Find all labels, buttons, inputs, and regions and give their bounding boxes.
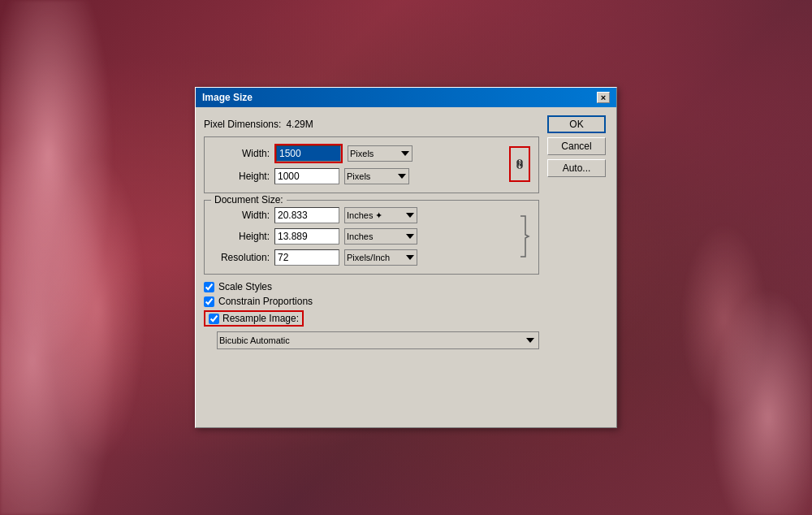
dialog-titlebar: Image Size ×	[196, 88, 616, 107]
pixel-fields-col: Width: Pixels Percent	[213, 144, 504, 184]
resolution-input[interactable]	[274, 249, 339, 266]
resolution-row: Resolution: Pixels/Inch Pixels/Cm	[213, 249, 516, 266]
pixel-dimensions-label: Pixel Dimensions:	[204, 119, 281, 130]
resample-method-container: Bicubic Automatic Bicubic Smoother Bicub…	[204, 331, 539, 349]
pixel-dimensions-value: 4.29M	[286, 119, 313, 130]
scale-styles-checkbox[interactable]	[204, 282, 214, 292]
document-size-label: Document Size:	[211, 194, 287, 206]
pixel-width-unit-dropdown[interactable]: Pixels Percent	[348, 145, 412, 162]
resolution-label: Resolution:	[213, 252, 270, 263]
doc-width-label: Width:	[213, 210, 270, 221]
document-size-group: Document Size: Width: Inches ✦ Centimete…	[204, 200, 539, 275]
doc-width-row: Width: Inches ✦ Centimeters Millimeters	[213, 207, 516, 223]
dialog-title: Image Size	[202, 92, 253, 103]
resample-image-row: Resample Image:	[204, 310, 539, 327]
pixel-height-row: Height: Pixels Percent	[213, 168, 504, 184]
image-size-dialog: Image Size × Pixel Dimensions: 4.29M	[195, 87, 617, 428]
dialog-right-panel: OK Cancel Auto...	[547, 115, 608, 349]
ok-button[interactable]: OK	[547, 115, 606, 133]
dialog-body: Pixel Dimensions: 4.29M Width:	[196, 107, 616, 357]
constrain-proportions-row: Constrain Proportions	[204, 296, 539, 307]
constrain-proportions-label: Constrain Proportions	[218, 296, 313, 307]
svg-text:⇅: ⇅	[516, 159, 523, 168]
pixel-width-input[interactable]	[276, 145, 341, 162]
pixel-width-row: Width: Pixels Percent	[213, 144, 504, 163]
pixel-dimensions-header: Pixel Dimensions: 4.29M	[204, 119, 539, 130]
close-button[interactable]: ×	[597, 92, 610, 103]
doc-link-bracket-icon	[519, 212, 530, 261]
pixel-link-icon[interactable]: ⇅	[509, 146, 530, 182]
doc-width-unit-dropdown[interactable]: Inches ✦ Centimeters Millimeters	[344, 207, 417, 223]
dialog-left-panel: Pixel Dimensions: 4.29M Width:	[204, 115, 539, 349]
pixel-height-input[interactable]	[274, 168, 339, 184]
resolution-unit-dropdown[interactable]: Pixels/Inch Pixels/Cm	[344, 249, 417, 266]
link-chain-icon: ⇅	[514, 158, 525, 170]
scale-styles-row: Scale Styles	[204, 281, 539, 292]
pixel-fields-container: Width: Pixels Percent	[213, 144, 530, 184]
doc-height-input[interactable]	[274, 228, 339, 245]
resample-image-checkbox[interactable]	[209, 314, 219, 324]
auto-button[interactable]: Auto...	[547, 159, 606, 177]
pixel-dimensions-group: Width: Pixels Percent	[204, 136, 539, 193]
doc-link-bracket	[519, 212, 530, 261]
doc-height-unit-dropdown[interactable]: Inches Centimeters	[344, 228, 417, 245]
pixel-width-input-wrapper	[274, 144, 343, 163]
constrain-proportions-checkbox[interactable]	[204, 296, 214, 307]
resample-label-box: Resample Image:	[204, 310, 304, 327]
doc-height-label: Height:	[213, 231, 270, 242]
resample-image-label: Resample Image:	[222, 313, 299, 324]
pixel-width-label: Width:	[213, 148, 270, 159]
dialog-overlay: Image Size × Pixel Dimensions: 4.29M	[0, 0, 812, 515]
cancel-button[interactable]: Cancel	[547, 137, 606, 155]
resample-method-dropdown[interactable]: Bicubic Automatic Bicubic Smoother Bicub…	[217, 331, 539, 349]
scale-styles-label: Scale Styles	[218, 281, 272, 292]
doc-height-row: Height: Inches Centimeters	[213, 228, 516, 245]
pixel-height-unit-dropdown[interactable]: Pixels Percent	[344, 168, 409, 184]
doc-width-input[interactable]	[274, 207, 339, 223]
pixel-height-label: Height:	[213, 171, 270, 182]
